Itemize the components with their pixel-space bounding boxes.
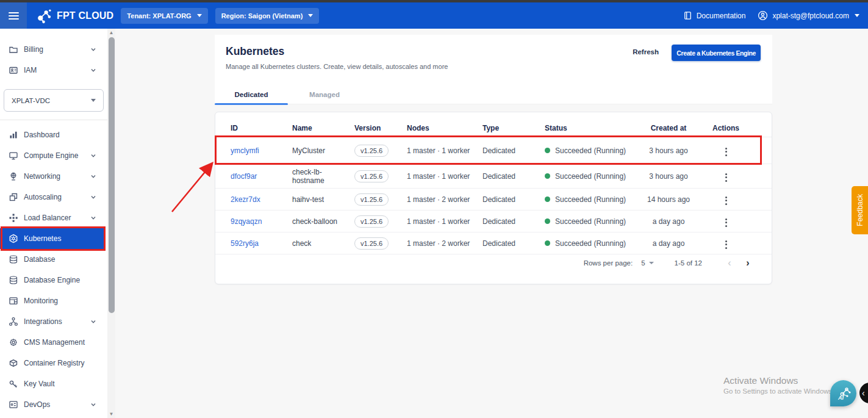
tab-managed[interactable]: Managed xyxy=(288,84,361,104)
integrations-icon xyxy=(9,317,18,326)
row-actions-menu[interactable] xyxy=(723,194,730,207)
sidebar-item-load-balancer[interactable]: Load Balancer xyxy=(0,207,105,228)
vdc-selector[interactable]: XPLAT-VDC xyxy=(4,89,104,112)
sidebar-item-iam[interactable]: IAM xyxy=(0,60,105,81)
cell-actions xyxy=(702,214,750,229)
sidebar-item-devops[interactable]: DevOps xyxy=(0,394,105,415)
cell-version: v1.25.6 xyxy=(354,193,407,206)
pagination: Rows per page: 5 1-5 of 12 ‹ › xyxy=(584,252,757,274)
sidebar-item-billing[interactable]: Billing xyxy=(0,39,105,60)
cluster-id-link[interactable]: 9zqyaqzn xyxy=(231,217,262,226)
scroll-down-icon[interactable]: ▼ xyxy=(107,410,115,418)
cell-version: v1.25.6 xyxy=(354,170,407,182)
book-icon xyxy=(683,11,692,20)
cell-status: Succeeded (Running) xyxy=(545,239,635,248)
sidebar-item-database-engine[interactable]: Database Engine xyxy=(0,270,105,290)
status-text: Succeeded (Running) xyxy=(555,195,626,204)
cell-name: check xyxy=(292,239,354,248)
previous-page-button[interactable]: ‹ xyxy=(720,258,739,268)
sidebar-item-label: Database Engine xyxy=(24,276,80,284)
cell-name: check-lb-hostname xyxy=(292,168,354,185)
cell-id: 592ry6ja xyxy=(231,239,292,248)
logo-text: FPT CLOUD xyxy=(57,10,113,21)
row-actions-menu[interactable] xyxy=(723,171,730,184)
version-badge: v1.25.6 xyxy=(354,215,389,228)
networking-icon xyxy=(9,171,18,181)
rows-per-page-select[interactable]: 5 xyxy=(641,259,653,267)
row-actions-menu[interactable] xyxy=(723,216,730,229)
chevron-down-icon xyxy=(90,173,96,179)
rows-per-page-label: Rows per page: xyxy=(584,259,633,267)
database-icon xyxy=(9,254,18,264)
feedback-tab[interactable]: Feedback xyxy=(852,186,868,234)
sidebar-item-integrations[interactable]: Integrations xyxy=(0,311,105,332)
cluster-id-link[interactable]: dfocf9ar xyxy=(231,172,257,181)
page-subtitle: Manage all Kubernetes clusters. Create, … xyxy=(226,63,448,70)
cell-nodes: 1 master · 1 worker xyxy=(407,172,482,181)
cell-created-at: 3 hours ago xyxy=(635,172,702,181)
sidebar-item-kubernetes[interactable]: Kubernetes xyxy=(0,228,105,249)
sidebar-item-monitoring[interactable]: Monitoring xyxy=(0,290,105,311)
cluster-id-link[interactable]: 592ry6ja xyxy=(231,239,259,248)
fpt-cloud-logo: FPT CLOUD xyxy=(35,7,113,24)
refresh-button[interactable]: Refresh xyxy=(633,48,659,56)
ai-molecule-icon: AI xyxy=(834,384,853,403)
tenant-selector[interactable]: Tenant: XPLAT-ORG xyxy=(121,8,207,24)
version-badge: v1.25.6 xyxy=(354,193,389,206)
sidebar-item-cms-management[interactable]: CMS Management xyxy=(0,332,105,353)
cell-id: dfocf9ar xyxy=(231,172,292,181)
status-text: Succeeded (Running) xyxy=(555,172,626,181)
sidebar-item-autoscaling[interactable]: Autoscaling xyxy=(0,187,105,207)
column-header-version: Version xyxy=(354,124,407,132)
user-icon xyxy=(758,10,768,21)
scrollbar-thumb[interactable] xyxy=(109,37,115,313)
key-vault-icon xyxy=(9,379,18,389)
cell-name: check-balloon xyxy=(292,217,354,226)
column-header-actions: Actions xyxy=(702,124,750,132)
cluster-id-link[interactable]: ymclymfi xyxy=(231,146,259,155)
sidebar-item-networking[interactable]: Networking xyxy=(0,166,105,187)
column-header-type: Type xyxy=(482,124,545,132)
cell-type: Dedicated xyxy=(482,217,545,226)
cell-status: Succeeded (Running) xyxy=(545,172,635,181)
sidebar-item-key-vault[interactable]: Key Vault xyxy=(0,373,105,394)
status-dot-icon xyxy=(545,240,550,246)
sidebar-scrollbar[interactable]: ▲ ▼ xyxy=(107,29,115,418)
sidebar-divider xyxy=(0,120,107,120)
account-menu[interactable]: xplat-stg@fptcloud.com xyxy=(758,10,859,21)
chevron-down-icon xyxy=(90,67,96,73)
cell-nodes: 1 master · 1 worker xyxy=(407,217,482,226)
cell-name: haihv-test xyxy=(292,195,354,204)
collapse-widget-button[interactable]: ‹ xyxy=(859,383,868,403)
chevron-down-icon xyxy=(90,215,96,221)
sidebar-item-label: Compute Engine xyxy=(24,151,78,160)
sidebar-item-container-registry[interactable]: Container Registry xyxy=(0,353,105,373)
cluster-row-592ry6ja: 592ry6jacheckv1.25.61 master · 2 workerD… xyxy=(215,232,772,254)
load-balancer-icon xyxy=(9,213,18,223)
status-text: Succeeded (Running) xyxy=(555,239,626,248)
scroll-up-icon[interactable]: ▲ xyxy=(107,29,115,37)
cell-created-at: a day ago xyxy=(635,217,702,226)
cell-version: v1.25.6 xyxy=(354,145,407,157)
iam-icon xyxy=(9,65,18,75)
row-actions-menu[interactable] xyxy=(723,145,730,159)
cluster-id-link[interactable]: 2kezr7dx xyxy=(231,195,260,204)
vdc-label: XPLAT-VDC xyxy=(12,97,50,104)
next-page-button[interactable]: › xyxy=(739,258,757,268)
sidebar-item-label: Dashboard xyxy=(24,131,60,139)
sidebar-item-compute-engine[interactable]: Compute Engine xyxy=(0,145,105,166)
create-kubernetes-button[interactable]: Create a Kubernetes Engine xyxy=(672,45,761,61)
status-dot-icon xyxy=(545,218,550,224)
documentation-link[interactable]: Documentation xyxy=(683,11,746,20)
status-text: Succeeded (Running) xyxy=(555,217,626,226)
status-text: Succeeded (Running) xyxy=(555,146,626,155)
tabs: Dedicated Managed xyxy=(215,84,772,104)
tab-dedicated[interactable]: Dedicated xyxy=(215,84,288,104)
sidebar-item-database[interactable]: Database xyxy=(0,249,105,270)
ai-assistant-button[interactable]: AI xyxy=(830,380,856,406)
region-selector[interactable]: Region: Saigon (Vietnam) xyxy=(215,8,320,24)
sidebar-item-dashboard[interactable]: Dashboard xyxy=(0,124,105,145)
menu-icon[interactable] xyxy=(0,2,27,29)
cluster-row-2kezr7dx: 2kezr7dxhaihv-testv1.25.61 master · 2 wo… xyxy=(215,189,772,211)
row-actions-menu[interactable] xyxy=(723,238,730,251)
